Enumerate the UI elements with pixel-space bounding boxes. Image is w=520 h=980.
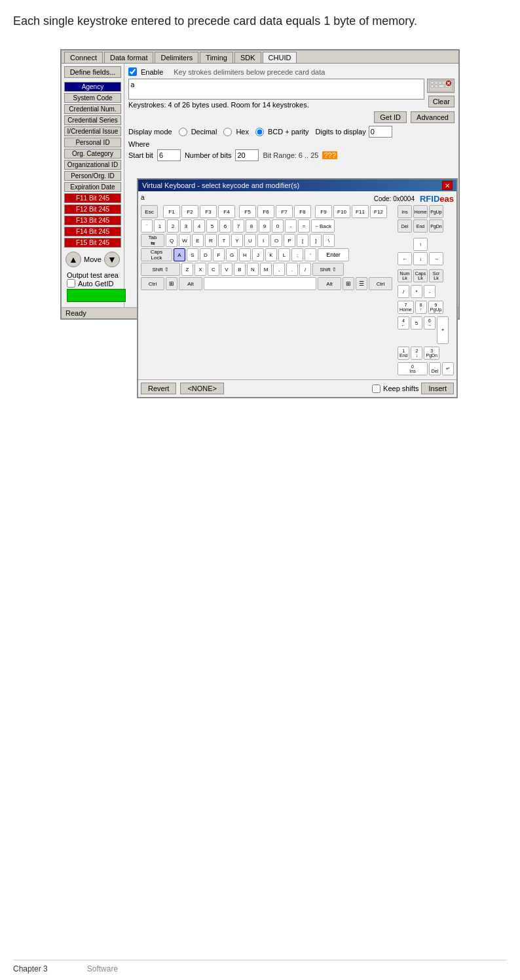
key-f3[interactable]: F3 xyxy=(200,205,217,218)
key-s[interactable]: S xyxy=(187,248,198,261)
advanced-button[interactable]: Advanced xyxy=(411,111,455,123)
field-f14[interactable]: F14 Bit 245 xyxy=(64,227,121,236)
key-rctrl[interactable]: Ctrl xyxy=(369,277,392,290)
key-f7[interactable]: F7 xyxy=(276,205,293,218)
key-f4[interactable]: F4 xyxy=(218,205,235,218)
key-t[interactable]: T xyxy=(218,234,230,247)
field-expiration-date[interactable]: Expiration Date xyxy=(64,182,121,192)
key-equals[interactable]: = xyxy=(298,219,310,233)
key-ralt[interactable]: Alt xyxy=(318,277,341,290)
key-l[interactable]: L xyxy=(278,248,290,261)
key-lbracket[interactable]: [ xyxy=(297,234,308,247)
key-pgdn[interactable]: PgDn xyxy=(429,219,443,233)
hex-radio[interactable] xyxy=(223,128,232,136)
field-f12[interactable]: F12 Bit 245 xyxy=(64,204,121,214)
key-p[interactable]: P xyxy=(284,234,295,247)
digits-input[interactable] xyxy=(369,126,392,138)
key-n[interactable]: N xyxy=(247,263,259,276)
tab-data-format[interactable]: Data format xyxy=(104,52,153,63)
key-rbracket[interactable]: ] xyxy=(310,234,322,247)
tab-chuid[interactable]: CHUID xyxy=(263,52,297,63)
key-f11[interactable]: F11 xyxy=(352,205,369,218)
key-e[interactable]: E xyxy=(192,234,204,247)
field-credential-num[interactable]: Credential Num. xyxy=(64,104,121,114)
key-k[interactable]: K xyxy=(265,248,277,261)
tab-connect[interactable]: Connect xyxy=(64,52,103,63)
key-num-add[interactable]: + xyxy=(437,316,449,344)
key-num6[interactable]: 6→ xyxy=(424,316,436,330)
vkb-revert-button[interactable]: Revert xyxy=(141,383,176,394)
key-delete[interactable]: Del xyxy=(398,219,412,233)
tab-delimiters[interactable]: Delimiters xyxy=(155,52,198,63)
field-f13[interactable]: F13 Bit 245 xyxy=(64,216,121,225)
key-lwin[interactable]: ⊞ xyxy=(166,277,177,290)
move-down-button[interactable]: ▼ xyxy=(104,252,120,267)
tab-timing[interactable]: Timing xyxy=(200,52,233,63)
key-num9[interactable]: 9PgUp xyxy=(428,301,444,314)
key-2[interactable]: 2 xyxy=(167,219,179,233)
key-scrlk-num[interactable]: ScrLk xyxy=(429,269,443,282)
key-v[interactable]: V xyxy=(221,263,232,276)
tab-sdk[interactable]: SDK xyxy=(234,52,261,63)
key-num-del[interactable]: .Del xyxy=(429,362,441,375)
key-lalt[interactable]: Alt xyxy=(179,277,202,290)
key-space[interactable] xyxy=(204,277,316,290)
key-z[interactable]: Z xyxy=(181,263,193,276)
key-num7[interactable]: 7Home xyxy=(398,301,414,314)
key-insert[interactable]: Ins xyxy=(398,205,412,218)
key-num-mul[interactable]: * xyxy=(411,285,422,298)
key-comma[interactable]: , xyxy=(273,263,285,276)
vkb-insert-button[interactable]: Insert xyxy=(421,383,454,394)
field-organizational-id[interactable]: Organizational ID xyxy=(64,160,121,170)
key-f2[interactable]: F2 xyxy=(181,205,198,218)
field-icredential-issue[interactable]: I/Credential Issue xyxy=(64,126,121,136)
key-num5[interactable]: 5 xyxy=(411,316,422,330)
key-3[interactable]: 3 xyxy=(180,219,192,233)
field-credential-series[interactable]: Credential Series xyxy=(64,115,121,125)
key-backspace[interactable]: ←Back xyxy=(311,219,335,233)
field-org-category[interactable]: Org. Category xyxy=(64,149,121,159)
key-6[interactable]: 6 xyxy=(219,219,231,233)
key-9[interactable]: 9 xyxy=(259,219,270,233)
key-a[interactable]: A xyxy=(174,248,185,261)
key-down[interactable]: ↓ xyxy=(413,252,428,265)
key-x[interactable]: X xyxy=(195,263,206,276)
key-y[interactable]: Y xyxy=(231,234,243,247)
key-semicolon[interactable]: ; xyxy=(291,248,303,261)
key-c[interactable]: C xyxy=(208,263,219,276)
key-slash[interactable]: / xyxy=(299,263,311,276)
key-d[interactable]: D xyxy=(200,248,212,261)
key-h[interactable]: H xyxy=(239,248,251,261)
key-f[interactable]: F xyxy=(213,248,225,261)
move-up-button[interactable]: ▲ xyxy=(65,252,81,267)
key-end[interactable]: End xyxy=(413,219,428,233)
key-num-sub[interactable]: - xyxy=(424,285,436,298)
key-j[interactable]: J xyxy=(252,248,264,261)
key-1[interactable]: 1 xyxy=(154,219,166,233)
key-u[interactable]: U xyxy=(244,234,256,247)
get-id-button[interactable]: Get ID xyxy=(374,111,407,123)
key-numlock[interactable]: NumLk xyxy=(398,269,412,282)
key-7[interactable]: 7 xyxy=(232,219,244,233)
auto-getid-checkbox[interactable] xyxy=(67,279,75,288)
key-lctrl[interactable]: Ctrl xyxy=(141,277,164,290)
clear-button[interactable]: Clear xyxy=(428,96,455,107)
key-backslash[interactable]: \ xyxy=(323,234,335,247)
key-lshift[interactable]: Shift ⇧ xyxy=(141,263,180,276)
key-f6[interactable]: F6 xyxy=(257,205,274,218)
key-pgup[interactable]: PgUp xyxy=(429,205,443,218)
key-f12[interactable]: F12 xyxy=(370,205,387,218)
key-f9[interactable]: F9 xyxy=(315,205,332,218)
key-num2[interactable]: 2↓ xyxy=(411,347,422,360)
key-capslk-num[interactable]: CapsLk xyxy=(413,269,428,282)
key-capslock[interactable]: CapsLock xyxy=(141,248,172,261)
key-num3[interactable]: 3PgDn xyxy=(424,347,439,360)
key-enter[interactable]: Enter xyxy=(318,248,349,261)
key-tab[interactable]: Tab⇆ xyxy=(141,234,164,247)
key-8[interactable]: 8 xyxy=(246,219,257,233)
key-5[interactable]: 5 xyxy=(206,219,218,233)
num-bits-input[interactable] xyxy=(235,149,259,161)
key-home[interactable]: Home xyxy=(413,205,428,218)
key-left[interactable]: ← xyxy=(398,252,412,265)
key-g[interactable]: G xyxy=(226,248,238,261)
